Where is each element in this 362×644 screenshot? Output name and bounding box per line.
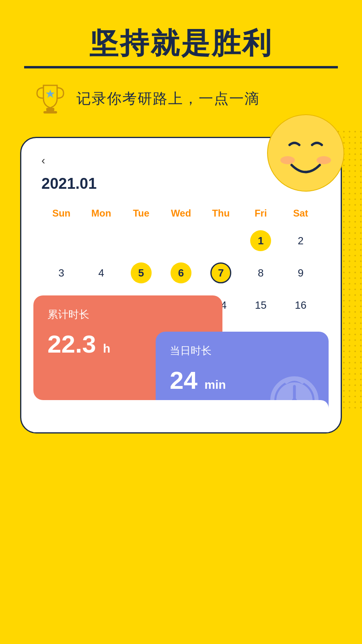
subtitle-text: 记录你考研路上，一点一滴 (76, 89, 260, 109)
back-button[interactable]: ‹ (41, 154, 45, 167)
cal-day-1[interactable]: 1 (241, 226, 281, 255)
top-section: 坚持就是胜利 记录你考研路上，一点一滴 (0, 0, 362, 129)
cal-empty (81, 226, 121, 255)
weekday-fri: Fri (241, 204, 281, 222)
cal-day-5[interactable]: 5 (121, 258, 161, 287)
bottom-strip (33, 400, 329, 432)
cal-empty (161, 226, 201, 255)
weekday-tue: Tue (121, 204, 161, 222)
main-title: 坚持就是胜利 (24, 24, 338, 68)
subtitle-row: 记录你考研路上，一点一滴 (24, 80, 338, 117)
svg-rect-2 (43, 111, 57, 114)
weekday-wed: Wed (161, 204, 201, 222)
svg-point-4 (267, 115, 344, 191)
trophy-icon (32, 80, 68, 117)
svg-point-6 (317, 156, 331, 164)
cal-day-6[interactable]: 6 (161, 258, 201, 287)
calendar-header: Sun Mon Tue Wed Thu Fri Sat (41, 204, 321, 222)
cal-day-8[interactable]: 8 (241, 258, 281, 287)
cal-empty (41, 226, 81, 255)
weekday-sat: Sat (281, 204, 321, 222)
cal-day-4[interactable]: 4 (81, 258, 121, 287)
cal-day-7[interactable]: 7 (201, 258, 241, 287)
cal-empty (201, 226, 241, 255)
svg-rect-1 (46, 108, 54, 111)
weekday-mon: Mon (81, 204, 121, 222)
cal-day-2[interactable]: 2 (281, 226, 321, 255)
cumulative-label: 累计时长 (47, 308, 208, 322)
cal-day-9[interactable]: 9 (281, 258, 321, 287)
svg-point-5 (280, 156, 295, 164)
emoji-face (265, 113, 346, 193)
weekday-sun: Sun (41, 204, 81, 222)
daily-label: 当日时长 (170, 344, 315, 358)
cal-day-3[interactable]: 3 (41, 258, 81, 287)
cal-empty (121, 226, 161, 255)
weekday-thu: Thu (201, 204, 241, 222)
